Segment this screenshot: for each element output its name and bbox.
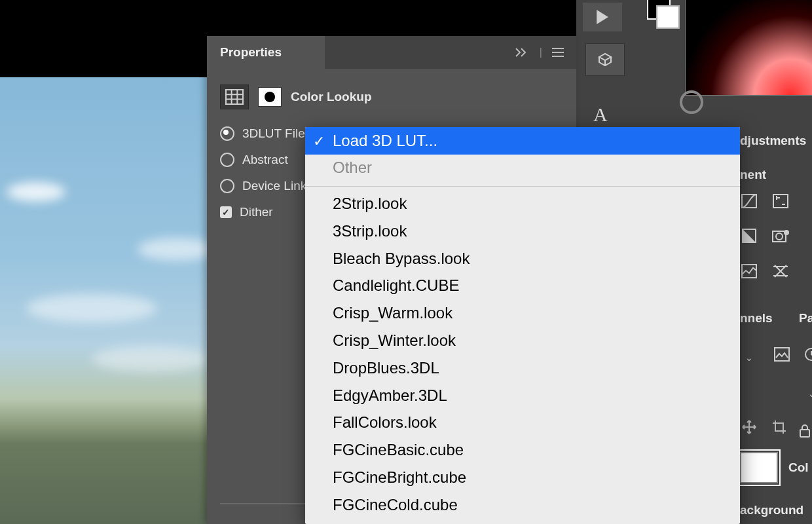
dropdown-item-label: Other xyxy=(333,159,372,176)
panel-menu-icon[interactable] xyxy=(551,47,564,58)
dropdown-item-other: Other xyxy=(305,155,740,182)
play-button[interactable] xyxy=(583,3,622,31)
adjustment-subheading: nent xyxy=(740,168,766,182)
photo-filter-icon[interactable] xyxy=(771,228,790,244)
foreground-background-swatch[interactable] xyxy=(647,0,677,26)
collapse-icon[interactable] xyxy=(515,47,530,58)
svg-rect-10 xyxy=(226,90,243,104)
dropdown-item-load-lut[interactable]: ✓ Load 3D LUT... xyxy=(305,127,740,155)
cloud-shape xyxy=(138,238,216,261)
svg-point-5 xyxy=(784,231,788,234)
dropdown-item[interactable]: Candlelight.CUBE xyxy=(305,272,740,300)
option-label: Abstract xyxy=(242,153,288,167)
layer-name[interactable]: Col xyxy=(788,460,809,475)
cloud-shape xyxy=(7,182,65,202)
svg-point-4 xyxy=(776,233,783,240)
dropdown-item[interactable]: FGCineDrama.cube xyxy=(305,519,740,524)
dropdown-item[interactable]: EdgyAmber.3DL xyxy=(305,382,740,409)
dropdown-item[interactable]: FGCineBright.cube xyxy=(305,464,740,492)
dropdown-item-label: FGCineBasic.cube xyxy=(333,441,464,458)
dropdown-item-label: FallColors.look xyxy=(333,413,437,431)
lut-grid-button[interactable] xyxy=(220,84,249,109)
svg-rect-1 xyxy=(773,195,788,208)
dropdown-item[interactable]: 3Strip.look xyxy=(305,217,740,245)
color-picker-sample[interactable] xyxy=(685,0,812,96)
dropdown-item[interactable]: FGCineCold.cube xyxy=(305,491,740,519)
dropdown-item[interactable]: Crisp_Warm.look xyxy=(305,300,740,328)
selective-color-icon[interactable] xyxy=(771,263,790,279)
checkmark-icon: ✓ xyxy=(313,131,325,152)
tab-properties[interactable]: Properties xyxy=(207,36,325,69)
type-tool-icon[interactable]: A xyxy=(593,103,608,126)
dropdown-caret-icon[interactable]: ⌄ xyxy=(808,388,812,399)
dropdown-item[interactable]: 2Strip.look xyxy=(305,191,740,218)
radio-icon[interactable] xyxy=(220,179,234,193)
cloud-shape xyxy=(92,346,210,372)
cloud-shape xyxy=(26,293,157,323)
option-label: Dither xyxy=(240,205,273,219)
curves-icon[interactable] xyxy=(740,193,758,209)
color-picker-cursor xyxy=(680,90,703,114)
layer-mask-thumb[interactable] xyxy=(258,87,282,107)
dropdown-item-label: Load 3D LUT... xyxy=(333,132,437,149)
radio-icon[interactable] xyxy=(220,126,234,141)
paths-tab[interactable]: Pa xyxy=(799,311,812,326)
divider: | xyxy=(540,47,542,58)
document-canvas[interactable] xyxy=(0,77,207,524)
svg-rect-9 xyxy=(800,430,809,437)
panel-tabbar: Properties | xyxy=(207,36,576,69)
crop-icon[interactable] xyxy=(770,419,788,435)
black-white-icon[interactable] xyxy=(740,228,758,244)
dropdown-item[interactable]: Crisp_Winter.look xyxy=(305,328,740,355)
option-label: 3DLUT File xyxy=(242,126,305,141)
dropdown-item-label: FGCineBright.cube xyxy=(333,468,466,486)
separator xyxy=(305,186,740,187)
dropdown-item-label: Bleach Bypass.look xyxy=(333,250,470,267)
3d-panel-icon[interactable] xyxy=(585,43,625,76)
dropdown-item-label: Crisp_Winter.look xyxy=(333,331,456,349)
dropdown-item-label: Crisp_Warm.look xyxy=(333,304,452,322)
dropdown-item-label: 2Strip.look xyxy=(333,195,407,212)
dropdown-item[interactable]: FGCineBasic.cube xyxy=(305,437,740,464)
dropdown-item[interactable]: FallColors.look xyxy=(305,409,740,437)
dropdown-item-label: DropBlues.3DL xyxy=(333,359,439,377)
dropdown-item-label: EdgyAmber.3DL xyxy=(333,386,447,404)
layer-thumbnail[interactable] xyxy=(740,452,778,483)
dropdown-item-label: Candlelight.CUBE xyxy=(333,276,459,294)
dropdown-item-label: 3Strip.look xyxy=(333,222,407,240)
history-icon[interactable] xyxy=(804,347,812,364)
dropdown-caret-icon[interactable]: ⌄ xyxy=(745,352,753,363)
svg-rect-6 xyxy=(742,265,756,278)
dropdown-item[interactable]: Bleach Bypass.look xyxy=(305,245,740,272)
thumbnail-mode-icon[interactable] xyxy=(774,347,790,364)
lock-icon[interactable] xyxy=(799,424,811,440)
adjustment-title: Color Lookup xyxy=(291,90,371,104)
move-icon[interactable] xyxy=(740,419,758,435)
adjustments-tab[interactable]: djustments xyxy=(740,134,806,148)
dropdown-item[interactable]: DropBlues.3DL xyxy=(305,354,740,382)
lut-dropdown-menu[interactable]: ✓ Load 3D LUT... Other 2Strip.look3Strip… xyxy=(305,127,740,524)
svg-rect-7 xyxy=(775,348,789,361)
checkbox-icon[interactable]: ✓ xyxy=(220,206,232,218)
dropdown-item-label: FGCineCold.cube xyxy=(333,496,458,514)
exposure-icon[interactable] xyxy=(771,193,790,209)
option-label: Device Link xyxy=(242,179,306,193)
posterize-icon[interactable] xyxy=(740,263,758,279)
channels-tab[interactable]: nnels xyxy=(740,311,773,326)
radio-icon[interactable] xyxy=(220,153,234,167)
layer-name[interactable]: ackground xyxy=(740,503,803,517)
layer-row[interactable]: Col xyxy=(740,452,809,483)
